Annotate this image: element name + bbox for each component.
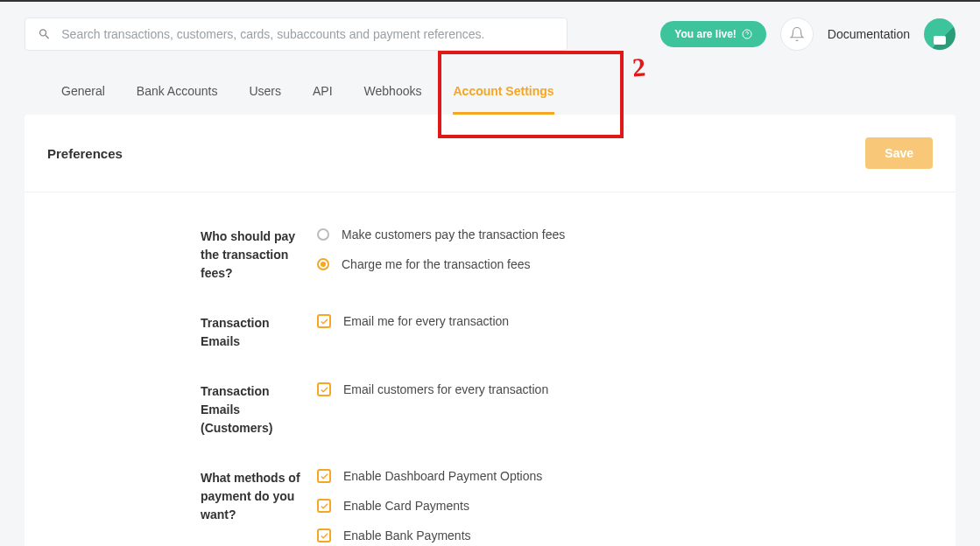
checkbox-tx-email-me[interactable]: [317, 314, 331, 328]
check-icon: [320, 472, 329, 481]
search-box[interactable]: [25, 18, 568, 51]
checkbox-dashboard-payments-label: Enable Dashboard Payment Options: [343, 469, 542, 483]
fees-label: Who should pay the transaction fees?: [47, 228, 301, 283]
checkbox-dashboard-payments[interactable]: [317, 469, 331, 483]
avatar[interactable]: [924, 18, 955, 50]
checkbox-tx-email-customers[interactable]: [317, 382, 331, 396]
check-icon: [320, 501, 329, 511]
top-header: You are live! Documentation: [0, 2, 980, 66]
checkbox-tx-email-customers-label: Email customers for every transaction: [343, 382, 548, 396]
annotation-marker: 2: [631, 52, 646, 83]
checkbox-card-payments[interactable]: [317, 499, 331, 513]
panel-header: Preferences Save: [25, 115, 955, 192]
checkbox-bank-payments-label: Enable Bank Payments: [343, 528, 471, 542]
tab-bank-accounts[interactable]: Bank Accounts: [137, 75, 218, 115]
check-icon: [320, 385, 329, 395]
tx-emails-customers-label: Transaction Emails (Customers): [47, 382, 301, 438]
preferences-panel: Preferences Save Who should pay the tran…: [25, 115, 955, 546]
live-status-badge[interactable]: You are live!: [660, 21, 765, 47]
checkbox-card-payments-label: Enable Card Payments: [343, 499, 469, 513]
radio-customer-pays-label: Make customers pay the transaction fees: [342, 228, 565, 242]
search-icon: [38, 27, 51, 41]
radio-charge-me-label: Charge me for the transaction fees: [342, 257, 531, 271]
help-icon: [742, 29, 752, 39]
radio-charge-me[interactable]: [317, 258, 329, 270]
bell-icon: [789, 26, 805, 42]
tab-api[interactable]: API: [313, 75, 333, 115]
tx-emails-label: Transaction Emails: [47, 314, 301, 351]
live-status-label: You are live!: [674, 28, 736, 40]
tab-general[interactable]: General: [61, 75, 105, 115]
notifications-button[interactable]: [780, 18, 814, 51]
tabs-nav: General Bank Accounts Users API Webhooks…: [0, 75, 980, 115]
payment-methods-label: What methods of payment do you want?: [47, 469, 301, 546]
radio-customer-pays[interactable]: [317, 228, 329, 241]
tab-account-settings[interactable]: Account Settings: [453, 75, 553, 115]
search-input[interactable]: [61, 27, 554, 41]
documentation-link[interactable]: Documentation: [828, 27, 910, 41]
tab-webhooks[interactable]: Webhooks: [364, 75, 422, 115]
check-icon: [320, 317, 329, 326]
save-button[interactable]: Save: [865, 137, 933, 169]
checkbox-bank-payments[interactable]: [317, 528, 331, 542]
checkbox-tx-email-me-label: Email me for every transaction: [343, 314, 509, 328]
panel-title: Preferences: [47, 146, 123, 161]
check-icon: [320, 531, 329, 541]
tab-users[interactable]: Users: [249, 75, 281, 115]
